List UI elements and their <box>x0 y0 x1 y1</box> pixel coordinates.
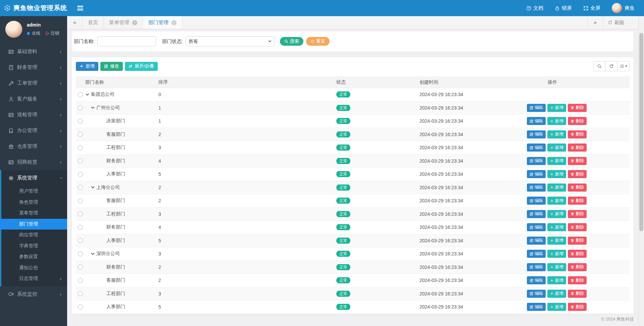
table-refresh-button[interactable] <box>605 61 617 71</box>
user-menu[interactable]: 爽鱼 <box>612 3 635 13</box>
reset-button[interactable]: 重置 <box>306 37 330 46</box>
sidebar-subitem-5[interactable]: 岗位管理 <box>1 230 67 241</box>
tab[interactable]: 菜单管理 × <box>104 16 143 29</box>
delete-button[interactable]: 删除 <box>568 223 587 231</box>
edit-button[interactable]: 编辑 <box>527 130 546 138</box>
delete-button[interactable]: 删除 <box>568 276 587 284</box>
edit-button[interactable]: 编辑 <box>527 117 546 125</box>
sidebar-subitem-8[interactable]: 通知公告 <box>1 262 67 274</box>
row-radio[interactable] <box>78 105 83 110</box>
edit-button[interactable]: 编辑 <box>527 303 546 311</box>
sidebar-toggle-icon[interactable] <box>77 5 83 11</box>
row-radio[interactable] <box>78 172 83 177</box>
tree-caret-icon[interactable] <box>85 92 90 97</box>
sidebar-subitem-1[interactable]: 用户管理 <box>1 186 67 197</box>
logout-link[interactable]: 注销 <box>45 31 59 36</box>
edit-button[interactable]: 编辑 <box>527 250 546 258</box>
edit-button[interactable]: 编辑 <box>527 170 546 178</box>
delete-button[interactable]: 删除 <box>568 170 587 178</box>
sidebar-item[interactable]: 巡检管理 ‹ <box>0 107 67 123</box>
sidebar-subitem-4[interactable]: 部门管理 <box>0 219 67 230</box>
sidebar-subitem-9[interactable]: 日志管理 ‹ <box>1 273 67 284</box>
delete-button[interactable]: 删除 <box>568 250 587 258</box>
modify-button[interactable]: 修改 <box>100 62 123 71</box>
edit-button[interactable]: 编辑 <box>527 223 546 231</box>
dept-status-select[interactable]: 所有 <box>186 36 275 46</box>
tab[interactable]: 首页 <box>83 16 104 29</box>
tab-refresh-button[interactable]: 刷新 <box>603 16 629 29</box>
edit-button[interactable]: 编辑 <box>527 237 546 245</box>
delete-button[interactable]: 删除 <box>568 290 587 298</box>
sidebar-item[interactable]: 系统监控 ‹ <box>0 286 67 302</box>
add-button[interactable]: 新增 <box>547 290 566 298</box>
tree-caret-icon[interactable] <box>91 185 95 190</box>
delete-button[interactable]: 删除 <box>568 303 587 311</box>
sidebar-subitem-7[interactable]: 参数设置 <box>1 251 67 262</box>
edit-button[interactable]: 编辑 <box>527 184 546 192</box>
add-button[interactable]: 新增 <box>547 223 566 231</box>
row-radio[interactable] <box>78 304 83 310</box>
edit-button[interactable]: 编辑 <box>527 197 546 205</box>
row-radio[interactable] <box>78 278 83 283</box>
add-button[interactable]: 新增 <box>547 197 566 205</box>
sidebar-subitem-6[interactable]: 字典管理 <box>1 241 67 252</box>
edit-button[interactable]: 编辑 <box>527 144 546 152</box>
delete-button[interactable]: 删除 <box>568 210 587 218</box>
row-radio[interactable] <box>78 211 83 216</box>
add-button[interactable]: 新增 <box>547 237 566 245</box>
row-radio[interactable] <box>78 185 83 190</box>
add-button[interactable]: 新增 <box>547 157 566 165</box>
row-radio[interactable] <box>78 251 83 256</box>
add-button[interactable]: 新增 <box>547 250 566 258</box>
table-columns-button[interactable] <box>617 61 630 71</box>
add-button[interactable]: 新增 <box>547 104 566 112</box>
add-button[interactable]: 新增 <box>547 117 566 125</box>
delete-button[interactable]: 删除 <box>568 144 587 152</box>
add-button[interactable]: 新增 <box>547 210 566 218</box>
sidebar-item[interactable]: 系统管理 ‹ <box>1 170 67 186</box>
scrollbar-track[interactable] <box>638 16 644 326</box>
edit-button[interactable]: 编辑 <box>527 210 546 218</box>
delete-button[interactable]: 删除 <box>568 117 587 125</box>
sidebar-item[interactable]: 财务管理 ‹ <box>0 59 67 75</box>
dept-name-input[interactable] <box>97 36 156 46</box>
add-button[interactable]: 新增 <box>547 170 566 178</box>
fullscreen-link[interactable]: 全屏 <box>583 5 600 11</box>
add-button[interactable]: 新增 <box>547 144 566 152</box>
tree-caret-icon[interactable] <box>91 252 95 256</box>
edit-button[interactable]: 编辑 <box>527 290 546 298</box>
row-radio[interactable] <box>78 132 83 137</box>
tree-caret-icon[interactable] <box>91 106 95 110</box>
row-radio[interactable] <box>78 238 83 243</box>
delete-button[interactable]: 删除 <box>568 263 587 271</box>
add-button[interactable]: 新增 <box>547 130 566 138</box>
row-radio[interactable] <box>78 225 83 230</box>
tabs-scroll-right-button[interactable]: » <box>587 16 603 29</box>
add-button[interactable]: 新增 <box>547 276 566 284</box>
row-radio[interactable] <box>78 291 83 296</box>
row-radio[interactable] <box>78 119 83 124</box>
sidebar-item[interactable]: 办公管理 ‹ <box>0 123 67 138</box>
delete-button[interactable]: 删除 <box>568 157 587 165</box>
tab-close-icon[interactable]: × <box>171 20 177 25</box>
add-button[interactable]: 新增 <box>547 303 566 311</box>
search-button[interactable]: 搜索 <box>280 37 303 46</box>
row-radio[interactable] <box>78 158 83 163</box>
scrollbar-thumb[interactable] <box>639 33 643 231</box>
add-button[interactable]: 新增 <box>547 184 566 192</box>
sidebar-item[interactable]: 基础资料 ‹ <box>0 44 67 59</box>
sidebar-item[interactable]: 客户服务 ‹ <box>0 91 67 107</box>
delete-button[interactable]: 删除 <box>568 184 587 192</box>
add-button[interactable]: 新增 <box>547 263 566 271</box>
row-radio[interactable] <box>78 264 83 270</box>
edit-button[interactable]: 编辑 <box>527 276 546 284</box>
delete-button[interactable]: 删除 <box>568 197 587 205</box>
table-search-button[interactable] <box>593 61 605 71</box>
row-radio[interactable] <box>78 92 83 97</box>
tab[interactable]: 部门管理 × <box>143 16 182 29</box>
expand-collapse-button[interactable]: 展开/折叠 <box>125 62 158 71</box>
lock-screen-link[interactable]: 锁屏 <box>555 5 572 11</box>
edit-button[interactable]: 编辑 <box>527 104 546 112</box>
docs-link[interactable]: 文档 <box>526 5 543 11</box>
sidebar-item[interactable]: 招商租赁 ‹ <box>0 154 67 170</box>
